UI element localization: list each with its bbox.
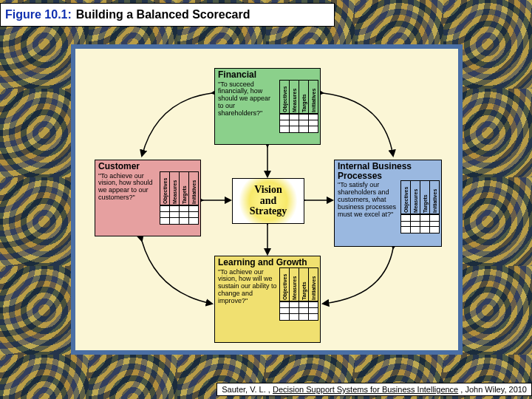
- perspective-internal: Internal Business Processes "To satisfy …: [334, 160, 442, 247]
- col-measures: Measures: [411, 180, 420, 214]
- col-measures: Measures: [290, 80, 299, 114]
- financial-quote: "To succeed financially, how should we a…: [215, 80, 279, 134]
- col-objectives: Objectives: [401, 180, 410, 214]
- col-targets: Targets: [299, 267, 308, 301]
- citation-source: Decision Support Systems for Business In…: [273, 385, 458, 394]
- perspective-customer: Customer "To achieve our vision, how sho…: [95, 160, 201, 236]
- col-targets: Targets: [180, 171, 188, 205]
- citation-banner: Sauter, V. L. , Decision Support Systems…: [216, 383, 532, 396]
- col-measures: Measures: [170, 171, 179, 205]
- col-targets: Targets: [299, 80, 308, 114]
- figure-separator: :: [67, 8, 71, 21]
- financial-title: Financial: [215, 69, 320, 80]
- col-initiatives: Initiatives: [309, 80, 318, 114]
- customer-grid: Objectives Measures Targets Initiatives: [160, 171, 199, 225]
- center-line2: and: [260, 196, 277, 207]
- customer-title: Customer: [95, 160, 200, 171]
- col-initiatives: Initiatives: [430, 180, 439, 214]
- col-objectives: Objectives: [160, 171, 169, 205]
- col-measures: Measures: [290, 267, 299, 301]
- center-vision-strategy: Vision and Strategy: [232, 178, 304, 224]
- col-objectives: Objectives: [280, 80, 289, 114]
- internal-quote: "To satisfy our shareholders and custome…: [335, 180, 400, 235]
- perspective-financial: Financial "To succeed financially, how s…: [214, 68, 321, 145]
- col-objectives: Objectives: [280, 267, 289, 301]
- figure-title: Building a Balanced Scorecard: [76, 8, 250, 21]
- learning-grid: Objectives Measures Targets Initiatives: [279, 267, 318, 321]
- learning-title: Learning and Growth: [215, 256, 320, 267]
- citation-author: Sauter, V. L. ,: [222, 385, 270, 394]
- internal-grid: Objectives Measures Targets Initiatives: [400, 180, 440, 233]
- col-initiatives: Initiatives: [189, 171, 198, 205]
- figure-label: Figure 10.1: [5, 8, 67, 21]
- citation-publisher: , John Wiley, 2010: [460, 385, 527, 394]
- slide-background: Figure 10.1 : Building a Balanced Scorec…: [0, 0, 532, 399]
- perspective-learning: Learning and Growth "To achieve our visi…: [214, 256, 321, 343]
- col-targets: Targets: [420, 180, 429, 214]
- col-initiatives: Initiatives: [309, 267, 318, 301]
- financial-grid: Objectives Measures Targets Initiatives: [279, 80, 318, 133]
- learning-quote: "To achieve our vision, how will we sust…: [215, 267, 279, 322]
- center-line3: Strategy: [250, 206, 287, 217]
- center-line1: Vision: [254, 185, 282, 196]
- diagram-panel: Vision and Strategy Financial "To succee…: [71, 44, 463, 355]
- internal-title: Internal Business Processes: [335, 160, 441, 180]
- figure-title-banner: Figure 10.1 : Building a Balanced Scorec…: [0, 3, 335, 27]
- customer-quote: "To achieve our vision, how should we ap…: [95, 171, 160, 226]
